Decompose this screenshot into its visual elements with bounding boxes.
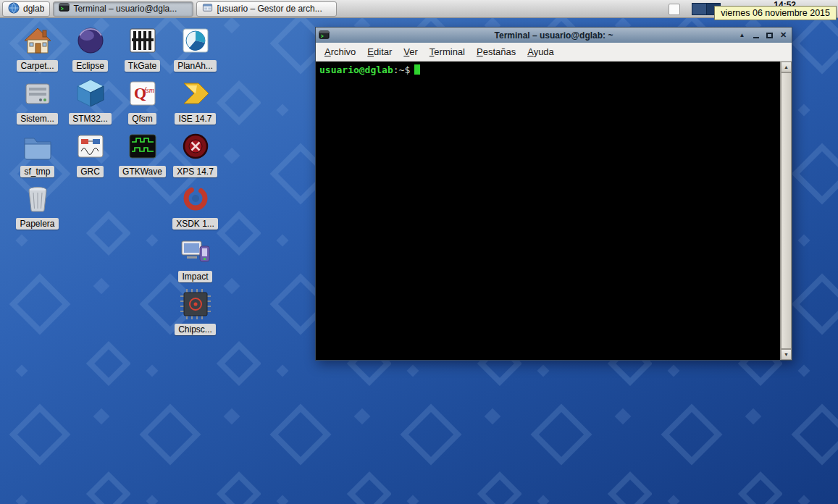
desktop-icon-home[interactable]: Carpet...: [11, 23, 64, 72]
filesystem-drive-icon: [20, 76, 55, 111]
window-title: Terminal – usuario@dglab: ~: [316, 30, 792, 41]
ise-icon: [178, 76, 213, 111]
trash-icon: [20, 181, 55, 216]
window-controls: ▲ ✕: [737, 30, 789, 41]
terminal-icon: [59, 2, 70, 15]
desktop-icon-xsdk[interactable]: XSDK 1...: [169, 181, 222, 230]
gtkwave-icon: [125, 129, 160, 164]
menu-pestanas[interactable]: Pestañas: [471, 43, 521, 60]
workspace-1[interactable]: [692, 4, 706, 14]
close-button[interactable]: ✕: [778, 30, 789, 41]
terminal-menubar: Archivo Editar Ver Terminal Pestañas Ayu…: [316, 43, 792, 62]
desktop-icon-label: Papelera: [16, 218, 58, 230]
window-titlebar[interactable]: Terminal – usuario@dglab: ~ ▲ ✕: [316, 28, 792, 43]
terminal-cursor: [414, 64, 420, 75]
maximize-button[interactable]: [764, 30, 775, 41]
xsdk-icon: [178, 181, 213, 216]
terminal-scrollbar[interactable]: ▲ ▼: [780, 62, 792, 360]
desktop-icon-label: TkGate: [125, 60, 160, 72]
chipscope-icon: [178, 287, 213, 322]
desktop-icon-impact[interactable]: Impact: [169, 234, 222, 282]
scrollbar-thumb[interactable]: [781, 72, 792, 349]
desktop-icon-label: XSDK 1...: [172, 218, 218, 230]
launcher-label: dglab: [23, 4, 44, 14]
desktop-icon-filesystem[interactable]: Sistem...: [11, 76, 64, 125]
home-icon: [20, 23, 55, 58]
desktop-icon-trash[interactable]: Papelera: [11, 181, 64, 230]
menu-editar[interactable]: Editar: [361, 43, 398, 60]
minimize-button[interactable]: [750, 30, 761, 41]
stm32-cube-icon: [73, 76, 108, 111]
desktop-icon-qfsm[interactable]: Qfsm Qfsm: [116, 76, 169, 125]
terminal-icon: [319, 30, 330, 41]
globe-icon: [8, 2, 20, 16]
desktop-icon-label: sf_tmp: [20, 166, 54, 177]
eclipse-icon: [73, 23, 108, 58]
terminal-output: usuario@dglab:~$: [316, 62, 780, 360]
grc-icon: [73, 129, 108, 164]
prompt-suffix: :~$: [393, 64, 410, 75]
impact-icon: [178, 234, 213, 269]
terminal-body[interactable]: usuario@dglab:~$ ▲ ▼: [316, 62, 792, 360]
desktop-icon-label: GTKWave: [119, 166, 166, 177]
shade-button[interactable]: ▲: [737, 30, 747, 41]
launcher-dglab[interactable]: dglab: [2, 1, 50, 17]
minimize-icon: [753, 37, 759, 38]
menu-terminal[interactable]: Terminal: [424, 43, 471, 60]
svg-text:fsm: fsm: [144, 86, 154, 94]
top-panel: dglab Terminal – usuario@dgla... [usuari…: [0, 0, 838, 18]
desktop-icon-gtkwave[interactable]: GTKWave: [116, 129, 169, 177]
desktop-icon-grc[interactable]: GRC: [64, 129, 117, 177]
desktop-icon-label: Eclipse: [72, 60, 108, 72]
maximize-icon: [766, 33, 773, 38]
terminal-window: Terminal – usuario@dglab: ~ ▲ ✕ Archivo …: [315, 27, 792, 361]
desktop-icon-label: Impact: [178, 271, 211, 282]
taskbar-item-label: Terminal – usuario@dgla...: [73, 4, 177, 14]
menu-ayuda[interactable]: Ayuda: [521, 43, 560, 60]
desktop-icon-label: Carpet...: [17, 60, 57, 72]
scroll-up-icon[interactable]: ▲: [781, 62, 792, 72]
desktop-icon-planahead[interactable]: PlanAh...: [169, 23, 222, 72]
prompt-user-host: usuario@dglab: [319, 64, 393, 75]
desktop-icon-ise[interactable]: ISE 14.7: [169, 76, 222, 125]
desktop-icon-chipscope[interactable]: Chipsc...: [169, 287, 222, 335]
file-manager-icon: [202, 2, 213, 15]
folder-icon: [20, 129, 55, 164]
desktop-icon-label: GRC: [77, 166, 104, 177]
desktop-icon-eclipse[interactable]: Eclipse: [64, 23, 117, 72]
planahead-icon: [178, 23, 213, 58]
desktop-icon-label: STM32...: [69, 113, 112, 125]
menu-archivo[interactable]: Archivo: [319, 43, 361, 60]
desktop-icon-stm32[interactable]: STM32...: [64, 76, 117, 125]
desktop-icon-label: Chipsc...: [175, 324, 216, 335]
scroll-down-icon[interactable]: ▼: [781, 349, 792, 360]
taskbar-item-file-manager[interactable]: [usuario – Gestor de arch...: [196, 1, 337, 17]
desktop-icon-label: XPS 14.7: [173, 166, 217, 177]
desktop-icon-label: PlanAh...: [174, 60, 217, 72]
taskbar-item-terminal[interactable]: Terminal – usuario@dgla...: [53, 1, 193, 17]
date-tooltip: viernes 06 noviembre 2015: [714, 6, 837, 20]
desktop-icon-label: Qfsm: [128, 113, 156, 125]
panel-right-area: [669, 3, 721, 15]
desktop-icon-label: ISE 14.7: [175, 113, 215, 125]
taskbar-item-label: [usuario – Gestor de arch...: [217, 4, 322, 14]
menu-ver[interactable]: Ver: [398, 43, 424, 60]
desktop-icon-sf-tmp[interactable]: sf_tmp: [11, 129, 64, 177]
xps-icon: [178, 129, 213, 164]
tkgate-icon: [125, 23, 160, 58]
tray-icon[interactable]: [669, 4, 680, 15]
desktop-icon-xps[interactable]: XPS 14.7: [169, 129, 222, 177]
desktop-icon-tkgate[interactable]: TkGate: [116, 23, 169, 72]
qfsm-icon: Qfsm: [125, 76, 160, 111]
desktop-icon-label: Sistem...: [17, 113, 58, 125]
